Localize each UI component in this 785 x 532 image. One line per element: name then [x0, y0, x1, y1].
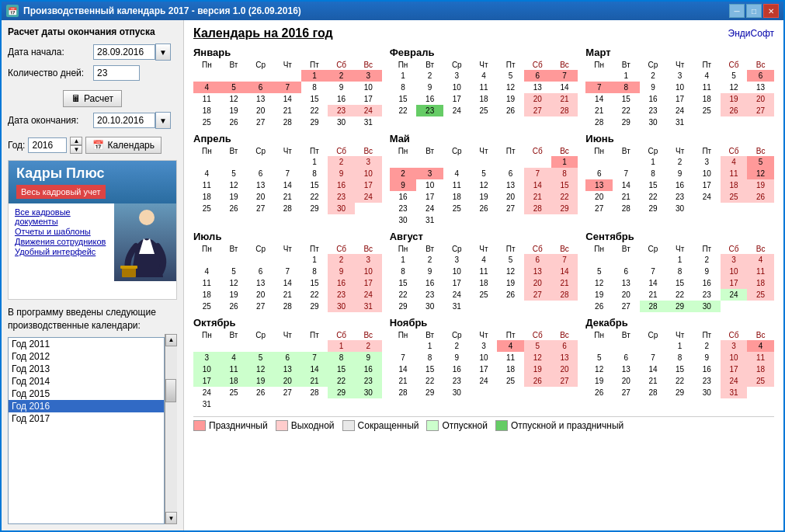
calc-button[interactable]: 🖩 Расчет: [63, 90, 122, 107]
calendar-button[interactable]: 📅 Календарь: [85, 137, 162, 154]
legend: Праздничный Выходной Сокращенный Отпускн…: [193, 416, 774, 431]
ad-box: Кадры Плюс Весь кадровый учет Все кадров…: [8, 160, 177, 300]
cal-label: Календарь: [107, 140, 155, 151]
section-title: Расчет даты окончания отпуска: [8, 26, 177, 37]
date-end-label: Дата окончания:: [8, 115, 93, 126]
calc-label: Расчет: [84, 93, 113, 104]
date-start-picker[interactable]: ▼: [155, 43, 171, 61]
month-march-name: Март: [585, 47, 774, 58]
year-input[interactable]: [28, 137, 67, 153]
year-up[interactable]: ▲: [70, 137, 82, 145]
list-item-2012[interactable]: Год 2012: [9, 350, 164, 363]
cal-title: Календарь на 2016 год: [193, 26, 333, 40]
window-title: Производственный календарь 2017 - версия…: [23, 5, 301, 16]
month-april-table: ПнВтСрЧтПтСбВс 123 45678910 111213141516…: [193, 146, 382, 214]
months-grid: Январь ПнВтСрЧтПтСбВс 123 45678910 11121…: [193, 47, 774, 410]
month-october-table: ПнВтСрЧтПтСбВс 12 3456789 10111213141516…: [193, 330, 382, 410]
ad-link-1[interactable]: Все кадровые документы: [15, 207, 108, 226]
scroll-thumb[interactable]: [165, 379, 176, 402]
list-item-2011[interactable]: Год 2011: [9, 338, 164, 350]
ad-text: Все кадровые документы Отчеты и шаблоны …: [9, 203, 114, 299]
ad-image: [114, 203, 176, 281]
maximize-button[interactable]: □: [746, 4, 762, 18]
year-spinner: ▲ ▼: [70, 137, 82, 154]
days-input[interactable]: [93, 65, 140, 81]
month-may: Май ПнВтСрЧтПтСбВс 1 2345678 91011121314…: [390, 133, 578, 226]
list-item-2017[interactable]: Год 2017: [9, 412, 164, 425]
month-september: Сентябрь ПнВтСрЧтПтСбВс 1234 567891011 1…: [585, 231, 774, 312]
month-july-name: Июль: [193, 231, 382, 242]
month-august-table: ПнВтСрЧтПтСбВс 1234567 891011121314 1516…: [390, 244, 578, 312]
list-item-2016[interactable]: Год 2016: [9, 400, 164, 412]
scroll-up-btn[interactable]: ▲: [165, 334, 177, 346]
month-july-table: ПнВтСрЧтПтСбВс 123 45678910 111213141516…: [193, 244, 382, 312]
legend-vac-holiday: Отпускной и праздничный: [495, 420, 623, 431]
list-item-2013[interactable]: Год 2013: [9, 363, 164, 375]
legend-weekend: Выходной: [276, 420, 335, 431]
legend-reduced: Сокращенный: [342, 420, 419, 431]
ad-subtitle-box: Весь кадровый учет: [16, 185, 106, 199]
years-list-container: Год 2011 Год 2012 Год 2013 Год 2014 Год …: [8, 334, 177, 524]
month-august-name: Август: [390, 231, 578, 242]
month-december-name: Декабрь: [585, 317, 774, 329]
intro-text-content: В программу введены следующие производст…: [8, 307, 156, 331]
legend-holiday-label: Праздничный: [209, 420, 268, 431]
legend-vacation: Отпускной: [426, 420, 487, 431]
legend-weekend-label: Выходной: [291, 420, 335, 431]
month-may-name: Май: [390, 133, 578, 144]
year-down[interactable]: ▼: [70, 145, 82, 154]
ad-title: Кадры Плюс: [16, 165, 168, 182]
month-august: Август ПнВтСрЧтПтСбВс 1234567 8910111213…: [390, 231, 578, 312]
cal-link[interactable]: ЭндиСофт: [728, 28, 774, 39]
legend-weekend-box: [276, 420, 288, 431]
titlebar-controls: ─ □ ✕: [729, 4, 779, 18]
ad-link-2[interactable]: Отчеты и шаблоны: [15, 227, 108, 236]
legend-vac-holiday-box: [495, 420, 508, 431]
legend-holiday: Праздничный: [193, 420, 268, 431]
month-march-table: ПнВтСрЧтПтСбВс 123456 78910111213 141516…: [585, 60, 774, 128]
month-september-name: Сентябрь: [585, 231, 774, 242]
legend-reduced-box: [342, 420, 355, 431]
date-end-row: Дата окончания: ▼: [8, 112, 177, 129]
list-scrollbar: ▲ ▼: [165, 334, 177, 524]
ad-body: Все кадровые документы Отчеты и шаблоны …: [9, 203, 176, 299]
month-november-name: Ноябрь: [390, 317, 578, 329]
month-june-name: Июнь: [585, 133, 774, 144]
intro-text: В программу введены следующие производст…: [8, 306, 177, 332]
right-panel: Календарь на 2016 год ЭндиСофт Январь Пн…: [184, 20, 783, 530]
svg-point-1: [139, 210, 155, 225]
month-january-table: ПнВтСрЧтПтСбВс 123 45678910 111213141516…: [193, 60, 382, 128]
month-october: Октябрь ПнВтСрЧтПтСбВс 12 3456789 101112…: [193, 317, 382, 410]
month-april-name: Апрель: [193, 133, 382, 144]
scroll-down-btn[interactable]: ▼: [165, 512, 177, 524]
month-december: Декабрь ПнВтСрЧтПтСбВс 1234 567891011 12…: [585, 317, 774, 410]
month-november-table: ПнВтСрЧтПтСбВс 123456 78910111213 141516…: [390, 330, 578, 398]
minimize-button[interactable]: ─: [729, 4, 745, 18]
list-item-2015[interactable]: Год 2015: [9, 388, 164, 400]
month-april: Апрель ПнВтСрЧтПтСбВс 123 45678910 11121…: [193, 133, 382, 226]
month-february-name: Февраль: [390, 47, 578, 58]
month-march: Март ПнВтСрЧтПтСбВс 123456 78910111213 1…: [585, 47, 774, 128]
ad-link-4[interactable]: Удобный интерфейс: [15, 247, 108, 256]
month-october-name: Октябрь: [193, 317, 382, 329]
list-item-2014[interactable]: Год 2014: [9, 375, 164, 388]
titlebar-left: 📅 Производственный календарь 2017 - верс…: [6, 5, 301, 17]
app-icon: 📅: [6, 5, 19, 17]
date-start-row: Дата начала: ▼: [8, 43, 177, 61]
close-button[interactable]: ✕: [763, 4, 779, 18]
month-september-table: ПнВтСрЧтПтСбВс 1234 567891011 1213141516…: [585, 244, 774, 312]
date-end-input[interactable]: [93, 113, 155, 128]
legend-vac-holiday-label: Отпускной и праздничный: [511, 420, 623, 431]
date-start-input[interactable]: [93, 44, 155, 60]
ad-link-3[interactable]: Движения сотрудников: [15, 237, 108, 246]
days-label: Количество дней:: [8, 68, 93, 78]
years-list[interactable]: Год 2011 Год 2012 Год 2013 Год 2014 Год …: [8, 337, 165, 524]
date-end-picker[interactable]: ▼: [155, 112, 171, 129]
calc-icon: 🖩: [71, 93, 81, 104]
month-june: Июнь ПнВтСрЧтПтСбВс 12345 6789101112 131…: [585, 133, 774, 226]
legend-vacation-box: [426, 420, 439, 431]
days-row: Количество дней:: [8, 65, 177, 81]
month-november: Ноябрь ПнВтСрЧтПтСбВс 123456 78910111213…: [390, 317, 578, 410]
month-july: Июль ПнВтСрЧтПтСбВс 123 45678910 1112131…: [193, 231, 382, 312]
legend-vacation-label: Отпускной: [442, 420, 487, 431]
